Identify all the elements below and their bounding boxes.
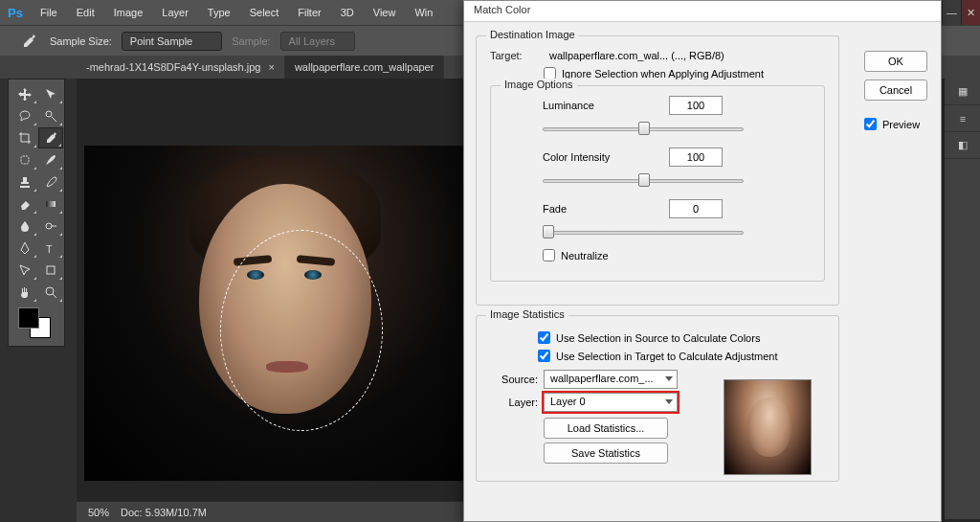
- menu-layer[interactable]: Layer: [152, 0, 198, 25]
- luminance-slider[interactable]: [543, 121, 744, 138]
- source-label: Source:: [490, 374, 538, 385]
- target-value: wallpaperflare.com_wal... (..., RGB/8): [549, 50, 724, 61]
- svg-point-6: [46, 287, 54, 295]
- blur-tool[interactable]: [12, 216, 37, 237]
- source-dropdown[interactable]: wallpaperflare.com_...: [544, 370, 678, 389]
- svg-rect-5: [47, 266, 55, 274]
- svg-text:T: T: [46, 243, 53, 255]
- move-tool[interactable]: [12, 83, 37, 104]
- save-statistics-button[interactable]: Save Statistics: [544, 443, 668, 464]
- doc-tab-1[interactable]: -mehrad-1X14S8DFa4Y-unsplash.jpg ×: [77, 56, 285, 79]
- eyedropper-tool[interactable]: [38, 127, 63, 148]
- crop-tool[interactable]: [12, 127, 37, 148]
- sample-value: All Layers: [289, 35, 335, 47]
- menu-3d[interactable]: 3D: [331, 0, 364, 25]
- ok-button[interactable]: OK: [864, 51, 927, 72]
- eraser-tool[interactable]: [12, 193, 37, 215]
- doc-tab-2[interactable]: wallpaperflare.com_wallpaper: [285, 56, 445, 79]
- intensity-input[interactable]: [669, 148, 723, 167]
- foreground-swatch[interactable]: [18, 307, 39, 329]
- path-select-tool[interactable]: [12, 260, 37, 281]
- menu-filter[interactable]: Filter: [288, 0, 330, 25]
- status-bar: 50% Doc: 5.93M/10.7M: [77, 501, 479, 522]
- layer-dropdown[interactable]: Layer 0: [544, 393, 678, 412]
- group-title: Destination Image: [486, 29, 579, 40]
- intensity-slider[interactable]: [543, 172, 744, 190]
- doc-tab-2-label: wallpaperflare.com_wallpaper: [295, 61, 434, 73]
- zoom-level[interactable]: 50%: [88, 507, 109, 518]
- zoom-tool[interactable]: [38, 282, 63, 303]
- sample-dropdown: All Layers: [280, 32, 355, 51]
- svg-rect-1: [21, 156, 29, 164]
- layer-value: Layer 0: [550, 396, 586, 407]
- menu-file[interactable]: File: [31, 0, 67, 25]
- healing-tool[interactable]: [12, 149, 37, 170]
- history-brush-tool[interactable]: [38, 171, 63, 193]
- use-target-label: Use Selection in Target to Calculate Adj…: [556, 351, 778, 362]
- menu-type[interactable]: Type: [198, 0, 240, 25]
- right-panels: ▦ ≡ ◧: [944, 79, 980, 519]
- ignore-selection-checkbox[interactable]: Ignore Selection when Applying Adjustmen…: [544, 67, 825, 79]
- sample-label: Sample:: [232, 35, 270, 47]
- pen-tool[interactable]: [12, 238, 37, 259]
- intensity-label: Color Intensity: [543, 151, 657, 163]
- fade-slider[interactable]: [543, 224, 744, 241]
- sample-size-dropdown[interactable]: Point Sample: [122, 32, 222, 51]
- panel-icon[interactable]: ◧: [945, 132, 980, 159]
- group-title: Image Statistics: [486, 308, 568, 320]
- target-label: Target:: [490, 50, 544, 61]
- lasso-tool[interactable]: [12, 105, 37, 126]
- use-target-checkbox[interactable]: Use Selection in Target to Calculate Adj…: [538, 350, 825, 362]
- doc-tab-1-label: -mehrad-1X14S8DFa4Y-unsplash.jpg: [86, 61, 260, 73]
- preview-label: Preview: [882, 119, 920, 130]
- panel-icon[interactable]: ≡: [945, 105, 980, 132]
- neutralize-checkbox[interactable]: Neutralize: [543, 249, 811, 261]
- minimize-button[interactable]: —: [942, 0, 961, 25]
- source-value: wallpaperflare.com_...: [550, 373, 654, 384]
- app-logo: Ps: [0, 0, 31, 25]
- svg-point-0: [46, 111, 52, 117]
- fade-input[interactable]: [669, 199, 723, 218]
- shape-tool[interactable]: [38, 260, 63, 281]
- use-source-label: Use Selection in Source to Calculate Col…: [556, 332, 760, 344]
- group-title: Image Options: [501, 79, 577, 90]
- menu-window[interactable]: Win: [405, 0, 442, 25]
- type-tool[interactable]: T: [38, 238, 63, 259]
- brush-tool[interactable]: [38, 149, 63, 170]
- menu-edit[interactable]: Edit: [67, 0, 104, 25]
- hand-tool[interactable]: [12, 282, 37, 303]
- use-source-input[interactable]: [538, 331, 550, 344]
- load-statistics-button[interactable]: Load Statistics...: [544, 418, 668, 439]
- destination-image-group: Destination Image Target: wallpaperflare…: [476, 35, 839, 306]
- stamp-tool[interactable]: [12, 171, 37, 193]
- luminance-input[interactable]: [669, 96, 723, 115]
- dodge-tool[interactable]: [38, 216, 63, 237]
- close-window-button[interactable]: ✕: [961, 0, 980, 25]
- quick-select-tool[interactable]: [38, 105, 63, 126]
- luminance-label: Luminance: [543, 100, 657, 111]
- artboard-tool[interactable]: [38, 83, 63, 104]
- document-canvas[interactable]: [84, 146, 469, 481]
- preview-checkbox[interactable]: Preview: [864, 118, 927, 130]
- cancel-button[interactable]: Cancel: [864, 79, 927, 101]
- neutralize-input[interactable]: [543, 249, 555, 261]
- menu-view[interactable]: View: [364, 0, 406, 25]
- use-source-checkbox[interactable]: Use Selection in Source to Calculate Col…: [538, 331, 825, 344]
- marquee-selection: [220, 230, 383, 431]
- use-target-input[interactable]: [538, 350, 550, 362]
- svg-point-3: [46, 223, 52, 229]
- layer-label: Layer:: [490, 397, 538, 408]
- close-icon[interactable]: ×: [268, 61, 274, 73]
- eyedropper-icon: [17, 30, 40, 53]
- menu-image[interactable]: Image: [104, 0, 153, 25]
- source-thumbnail: [724, 379, 812, 475]
- gradient-tool[interactable]: [38, 193, 63, 215]
- fade-label: Fade: [543, 203, 657, 215]
- panel-icon[interactable]: ▦: [945, 79, 980, 105]
- preview-checkbox-input[interactable]: [864, 118, 877, 130]
- match-color-dialog: Match Color OK Cancel Preview Destinatio…: [463, 0, 942, 522]
- color-swatches[interactable]: [12, 304, 63, 342]
- sample-size-label: Sample Size:: [50, 35, 112, 47]
- neutralize-label: Neutralize: [561, 250, 609, 261]
- menu-select[interactable]: Select: [240, 0, 289, 25]
